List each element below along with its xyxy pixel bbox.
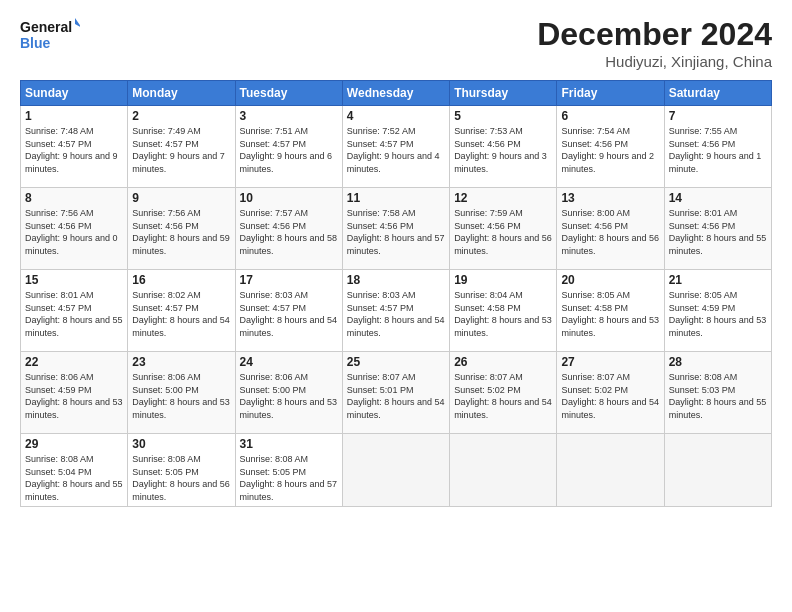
table-row (450, 434, 557, 507)
col-tuesday: Tuesday (235, 81, 342, 106)
table-row: 28 Sunrise: 8:08 AMSunset: 5:03 PMDaylig… (664, 352, 771, 434)
day-info: Sunrise: 8:01 AMSunset: 4:57 PMDaylight:… (25, 290, 123, 338)
day-info: Sunrise: 8:03 AMSunset: 4:57 PMDaylight:… (240, 290, 338, 338)
day-number: 7 (669, 109, 767, 123)
table-row: 6 Sunrise: 7:54 AMSunset: 4:56 PMDayligh… (557, 106, 664, 188)
day-info: Sunrise: 8:05 AMSunset: 4:59 PMDaylight:… (669, 290, 767, 338)
table-row: 10 Sunrise: 7:57 AMSunset: 4:56 PMDaylig… (235, 188, 342, 270)
day-info: Sunrise: 8:08 AMSunset: 5:04 PMDaylight:… (25, 454, 123, 502)
day-info: Sunrise: 7:48 AMSunset: 4:57 PMDaylight:… (25, 126, 118, 174)
table-row: 19 Sunrise: 8:04 AMSunset: 4:58 PMDaylig… (450, 270, 557, 352)
day-info: Sunrise: 7:53 AMSunset: 4:56 PMDaylight:… (454, 126, 547, 174)
header-row: Sunday Monday Tuesday Wednesday Thursday… (21, 81, 772, 106)
day-number: 27 (561, 355, 659, 369)
table-row: 9 Sunrise: 7:56 AMSunset: 4:56 PMDayligh… (128, 188, 235, 270)
table-row: 8 Sunrise: 7:56 AMSunset: 4:56 PMDayligh… (21, 188, 128, 270)
day-info: Sunrise: 8:03 AMSunset: 4:57 PMDaylight:… (347, 290, 445, 338)
svg-marker-2 (75, 18, 80, 28)
table-row: 4 Sunrise: 7:52 AMSunset: 4:57 PMDayligh… (342, 106, 449, 188)
table-row (342, 434, 449, 507)
day-info: Sunrise: 8:06 AMSunset: 5:00 PMDaylight:… (132, 372, 230, 420)
day-number: 25 (347, 355, 445, 369)
col-friday: Friday (557, 81, 664, 106)
table-row (557, 434, 664, 507)
day-number: 19 (454, 273, 552, 287)
week-row-4: 22 Sunrise: 8:06 AMSunset: 4:59 PMDaylig… (21, 352, 772, 434)
day-number: 22 (25, 355, 123, 369)
day-number: 30 (132, 437, 230, 451)
day-number: 29 (25, 437, 123, 451)
day-number: 3 (240, 109, 338, 123)
table-row: 23 Sunrise: 8:06 AMSunset: 5:00 PMDaylig… (128, 352, 235, 434)
day-info: Sunrise: 7:56 AMSunset: 4:56 PMDaylight:… (132, 208, 230, 256)
table-row: 7 Sunrise: 7:55 AMSunset: 4:56 PMDayligh… (664, 106, 771, 188)
day-info: Sunrise: 7:52 AMSunset: 4:57 PMDaylight:… (347, 126, 440, 174)
week-row-5: 29 Sunrise: 8:08 AMSunset: 5:04 PMDaylig… (21, 434, 772, 507)
table-row: 15 Sunrise: 8:01 AMSunset: 4:57 PMDaylig… (21, 270, 128, 352)
day-info: Sunrise: 7:55 AMSunset: 4:56 PMDaylight:… (669, 126, 762, 174)
day-info: Sunrise: 8:02 AMSunset: 4:57 PMDaylight:… (132, 290, 230, 338)
week-row-3: 15 Sunrise: 8:01 AMSunset: 4:57 PMDaylig… (21, 270, 772, 352)
day-info: Sunrise: 8:04 AMSunset: 4:58 PMDaylight:… (454, 290, 552, 338)
table-row: 16 Sunrise: 8:02 AMSunset: 4:57 PMDaylig… (128, 270, 235, 352)
table-row: 1 Sunrise: 7:48 AMSunset: 4:57 PMDayligh… (21, 106, 128, 188)
day-number: 10 (240, 191, 338, 205)
day-number: 4 (347, 109, 445, 123)
day-number: 16 (132, 273, 230, 287)
table-row: 18 Sunrise: 8:03 AMSunset: 4:57 PMDaylig… (342, 270, 449, 352)
header: General Blue December 2024 Hudiyuzi, Xin… (20, 16, 772, 70)
day-number: 9 (132, 191, 230, 205)
col-monday: Monday (128, 81, 235, 106)
table-row: 3 Sunrise: 7:51 AMSunset: 4:57 PMDayligh… (235, 106, 342, 188)
calendar-table: Sunday Monday Tuesday Wednesday Thursday… (20, 80, 772, 507)
day-number: 21 (669, 273, 767, 287)
day-info: Sunrise: 8:07 AMSunset: 5:01 PMDaylight:… (347, 372, 445, 420)
day-number: 24 (240, 355, 338, 369)
week-row-1: 1 Sunrise: 7:48 AMSunset: 4:57 PMDayligh… (21, 106, 772, 188)
table-row: 22 Sunrise: 8:06 AMSunset: 4:59 PMDaylig… (21, 352, 128, 434)
day-number: 18 (347, 273, 445, 287)
day-info: Sunrise: 8:06 AMSunset: 4:59 PMDaylight:… (25, 372, 123, 420)
day-info: Sunrise: 8:06 AMSunset: 5:00 PMDaylight:… (240, 372, 338, 420)
col-saturday: Saturday (664, 81, 771, 106)
svg-text:Blue: Blue (20, 35, 51, 51)
logo-svg: General Blue (20, 16, 80, 54)
day-info: Sunrise: 8:07 AMSunset: 5:02 PMDaylight:… (561, 372, 659, 420)
day-info: Sunrise: 7:49 AMSunset: 4:57 PMDaylight:… (132, 126, 225, 174)
table-row: 25 Sunrise: 8:07 AMSunset: 5:01 PMDaylig… (342, 352, 449, 434)
logo: General Blue (20, 16, 80, 54)
day-number: 26 (454, 355, 552, 369)
day-info: Sunrise: 8:08 AMSunset: 5:05 PMDaylight:… (132, 454, 230, 502)
day-number: 8 (25, 191, 123, 205)
table-row: 21 Sunrise: 8:05 AMSunset: 4:59 PMDaylig… (664, 270, 771, 352)
day-number: 6 (561, 109, 659, 123)
table-row: 30 Sunrise: 8:08 AMSunset: 5:05 PMDaylig… (128, 434, 235, 507)
day-info: Sunrise: 7:57 AMSunset: 4:56 PMDaylight:… (240, 208, 338, 256)
table-row: 11 Sunrise: 7:58 AMSunset: 4:56 PMDaylig… (342, 188, 449, 270)
day-number: 28 (669, 355, 767, 369)
page: General Blue December 2024 Hudiyuzi, Xin… (0, 0, 792, 612)
title-block: December 2024 Hudiyuzi, Xinjiang, China (537, 16, 772, 70)
table-row: 14 Sunrise: 8:01 AMSunset: 4:56 PMDaylig… (664, 188, 771, 270)
day-number: 5 (454, 109, 552, 123)
svg-text:General: General (20, 19, 72, 35)
day-info: Sunrise: 7:51 AMSunset: 4:57 PMDaylight:… (240, 126, 333, 174)
day-info: Sunrise: 8:05 AMSunset: 4:58 PMDaylight:… (561, 290, 659, 338)
table-row: 26 Sunrise: 8:07 AMSunset: 5:02 PMDaylig… (450, 352, 557, 434)
day-number: 14 (669, 191, 767, 205)
day-number: 12 (454, 191, 552, 205)
table-row: 31 Sunrise: 8:08 AMSunset: 5:05 PMDaylig… (235, 434, 342, 507)
day-info: Sunrise: 7:58 AMSunset: 4:56 PMDaylight:… (347, 208, 445, 256)
table-row: 5 Sunrise: 7:53 AMSunset: 4:56 PMDayligh… (450, 106, 557, 188)
day-info: Sunrise: 8:08 AMSunset: 5:03 PMDaylight:… (669, 372, 767, 420)
table-row (664, 434, 771, 507)
day-number: 31 (240, 437, 338, 451)
table-row: 17 Sunrise: 8:03 AMSunset: 4:57 PMDaylig… (235, 270, 342, 352)
col-wednesday: Wednesday (342, 81, 449, 106)
table-row: 20 Sunrise: 8:05 AMSunset: 4:58 PMDaylig… (557, 270, 664, 352)
table-row: 29 Sunrise: 8:08 AMSunset: 5:04 PMDaylig… (21, 434, 128, 507)
table-row: 2 Sunrise: 7:49 AMSunset: 4:57 PMDayligh… (128, 106, 235, 188)
day-info: Sunrise: 7:56 AMSunset: 4:56 PMDaylight:… (25, 208, 118, 256)
day-info: Sunrise: 8:07 AMSunset: 5:02 PMDaylight:… (454, 372, 552, 420)
day-info: Sunrise: 8:01 AMSunset: 4:56 PMDaylight:… (669, 208, 767, 256)
